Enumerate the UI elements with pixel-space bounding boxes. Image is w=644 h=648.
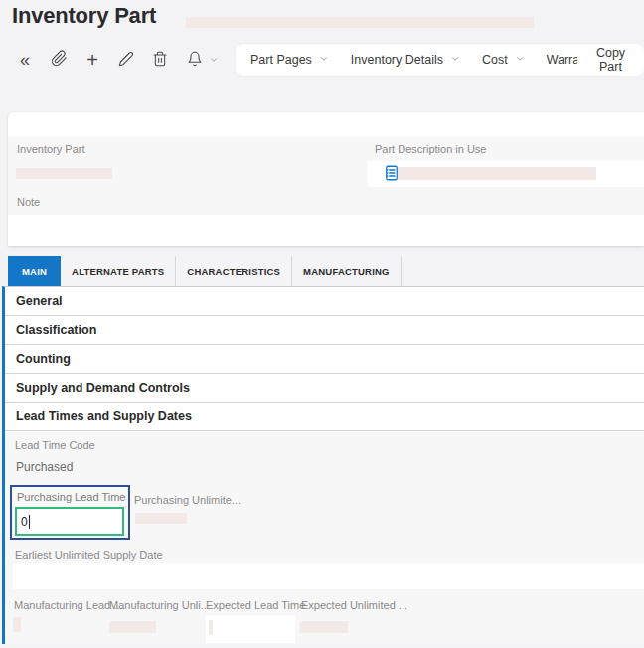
- text-cursor: [29, 515, 30, 529]
- section-general[interactable]: General: [5, 287, 644, 316]
- purchasing-lead-time-input[interactable]: 0: [15, 507, 124, 536]
- note-field-label: Note: [17, 196, 40, 208]
- expected-lead-time-label: Expected Lead Time: [206, 599, 305, 611]
- pencil-icon: [118, 51, 134, 70]
- notifications-dropdown-button[interactable]: [206, 47, 222, 73]
- expected-unlimited-label: Expected Unlimited ...: [301, 599, 407, 611]
- cost-label: Cost: [482, 53, 508, 67]
- note-input[interactable]: [8, 215, 644, 245]
- part-description-value-redacted: [398, 167, 596, 180]
- purchasing-unlimited-label: Purchasing Unlimite...: [134, 494, 241, 506]
- cost-menu-button[interactable]: Cost: [471, 44, 536, 76]
- tab-bar: MAIN ALTERNATE PARTS CHARACTERISTICS MAN…: [8, 256, 402, 286]
- chevron-down-icon: [209, 53, 219, 68]
- collapse-header-button[interactable]: «: [12, 47, 38, 73]
- edit-button[interactable]: [113, 47, 139, 73]
- expected-lead-time-value-redacted: [209, 620, 213, 635]
- purchasing-unlimited-value-redacted: [135, 513, 187, 524]
- part-pages-menu-button[interactable]: Part Pages: [240, 44, 340, 76]
- copy-part-label: Copy Part: [591, 46, 630, 74]
- overview-card: Inventory Part Part Description in Use N…: [8, 112, 644, 246]
- overview-label-row: Inventory Part Part Description in Use: [8, 137, 644, 161]
- inventory-part-value-redacted: [16, 168, 112, 179]
- double-chevron-left-icon: «: [20, 51, 30, 69]
- toolbar: « +: [0, 44, 644, 76]
- copy-part-button[interactable]: Copy Part: [577, 44, 644, 76]
- chevron-down-icon: [319, 53, 329, 67]
- purchasing-lead-time-value: 0: [21, 515, 28, 529]
- manufacturing-lead-time-label: Manufacturing Lead ...: [14, 599, 122, 611]
- manufacturing-unlimited-value-redacted: [109, 621, 156, 633]
- main-tab-panel: General Classification Counting Supply a…: [2, 286, 644, 644]
- paperclip-icon: [51, 50, 68, 70]
- section-classification[interactable]: Classification: [5, 316, 644, 345]
- toolbar-menu-group: Part Pages Inventory Details Cost Warran…: [236, 44, 628, 76]
- trash-icon: [152, 51, 168, 70]
- inventory-part-page: Inventory Part « +: [0, 0, 644, 648]
- plus-icon: +: [86, 50, 98, 70]
- inventory-part-field-label: Inventory Part: [17, 143, 84, 155]
- expected-unlimited-value-redacted: [300, 621, 348, 633]
- tab-manufacturing[interactable]: MANUFACTURING: [292, 256, 402, 286]
- inventory-part-value: [8, 161, 368, 187]
- lead-time-code-value: Purchased: [16, 460, 73, 474]
- notifications-button[interactable]: [182, 47, 208, 73]
- focus-highlight-box: Purchasing Lead Time 0: [10, 485, 130, 540]
- lead-time-code-label: Lead Time Code: [15, 439, 95, 451]
- part-pages-label: Part Pages: [250, 53, 312, 67]
- earliest-unlimited-supply-date-input[interactable]: [13, 563, 644, 589]
- lead-times-section-body: Lead Time Code Purchased Purchasing Lead…: [5, 432, 644, 644]
- inventory-details-label: Inventory Details: [351, 53, 443, 67]
- overview-value-row: [8, 161, 644, 187]
- section-supply-demand-controls[interactable]: Supply and Demand Controls: [5, 374, 644, 403]
- expected-lead-time-input[interactable]: [206, 615, 295, 643]
- tab-main[interactable]: MAIN: [8, 256, 61, 286]
- page-header: Inventory Part: [0, 0, 644, 40]
- tab-alternate-parts[interactable]: ALTERNATE PARTS: [61, 256, 176, 286]
- tab-characteristics[interactable]: CHARACTERISTICS: [176, 256, 292, 286]
- page-title: Inventory Part: [12, 3, 156, 29]
- earliest-unlimited-supply-date-label: Earliest Unlimited Supply Date: [15, 549, 163, 561]
- delete-button[interactable]: [147, 47, 173, 73]
- inventory-details-menu-button[interactable]: Inventory Details: [340, 44, 471, 76]
- chevron-down-icon: [450, 53, 460, 67]
- section-lead-times[interactable]: Lead Times and Supply Dates: [5, 403, 644, 431]
- part-description-field-label: Part Description in Use: [375, 143, 487, 155]
- manufacturing-lead-time-value-redacted: [13, 617, 21, 632]
- add-button[interactable]: +: [80, 47, 105, 73]
- part-description-value: [368, 161, 644, 187]
- chevron-down-icon: [515, 53, 525, 67]
- part-id-redacted: [186, 17, 534, 28]
- bell-icon: [187, 51, 203, 70]
- section-counting[interactable]: Counting: [5, 345, 644, 374]
- purchasing-lead-time-label: Purchasing Lead Time: [17, 491, 125, 503]
- note-label-row: Note: [8, 187, 644, 215]
- manufacturing-unlimited-label: Manufacturing Unli...: [109, 599, 210, 611]
- attachments-button[interactable]: [46, 47, 72, 73]
